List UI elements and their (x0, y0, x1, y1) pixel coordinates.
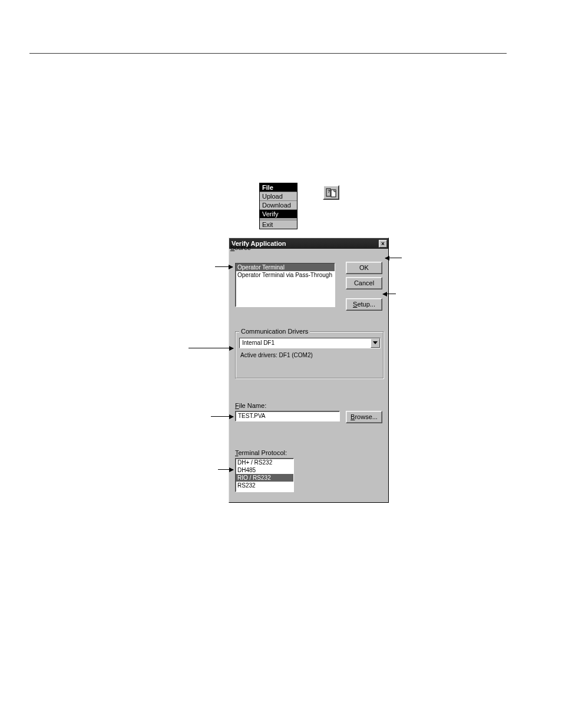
callout-arrow-ok (385, 258, 402, 258)
terminal-protocol-listbox[interactable]: DH+ / RS232 DH485 RIO / RS232 RS232 (235, 458, 294, 492)
horizontal-rule (29, 53, 507, 54)
setup-button[interactable]: Setup... (346, 298, 382, 311)
callout-arrow-filename (211, 416, 233, 417)
protocol-option-dhplus[interactable]: DH+ / RS232 (236, 459, 293, 466)
verify-icon: ? (326, 188, 336, 197)
menu-item-exit[interactable]: Exit (260, 220, 297, 229)
verify-toolbar-button[interactable]: ? (323, 185, 339, 200)
callout-arrow-source (215, 266, 233, 267)
comm-legend: Communication Drivers (239, 328, 310, 335)
source-option-operator-terminal[interactable]: Operator Terminal (236, 263, 335, 271)
filename-input[interactable]: TEST.PVA (235, 411, 340, 421)
ok-button[interactable]: OK (346, 262, 382, 274)
menu-item-verify[interactable]: Verify (260, 209, 297, 218)
file-menu-title[interactable]: File (260, 183, 297, 192)
comm-driver-value: Internal DF1 (240, 338, 371, 348)
terminal-protocol-label: Terminal Protocol: (235, 449, 287, 456)
filename-label: File Name: (235, 402, 266, 409)
source-listbox[interactable]: Operator Terminal Operator Terminal via … (235, 263, 335, 307)
source-option-pass-through[interactable]: Operator Terminal via Pass-Through (236, 271, 335, 279)
protocol-option-rs232[interactable]: RS232 (236, 482, 293, 489)
page: { "file_menu": { "title": "File", "items… (0, 0, 562, 728)
dialog-body: Source Operator Terminal Operator Termin… (229, 249, 388, 502)
svg-marker-3 (373, 341, 378, 344)
communication-drivers-group: Communication Drivers Internal DF1 Activ… (235, 331, 384, 378)
cancel-button[interactable]: Cancel (346, 277, 382, 289)
comm-driver-combo[interactable]: Internal DF1 (239, 338, 381, 348)
callout-arrow-setup (383, 294, 396, 294)
callout-arrow-comm (189, 348, 233, 348)
active-drivers-label: Active drivers: DF1 (COM2) (240, 352, 313, 358)
menu-item-download[interactable]: Download (260, 200, 297, 209)
combo-dropdown-button[interactable] (371, 338, 380, 348)
protocol-option-dh485[interactable]: DH485 (236, 466, 293, 474)
browse-button[interactable]: Browse... (346, 411, 382, 423)
source-label: Source (230, 244, 251, 251)
svg-text:?: ? (328, 189, 330, 193)
protocol-option-rio[interactable]: RIO / RS232 (236, 474, 293, 482)
callout-arrow-protocol (218, 469, 233, 470)
menu-separator (260, 219, 297, 219)
svg-rect-2 (331, 190, 336, 197)
file-menu[interactable]: File Upload Download Verify Exit (259, 183, 297, 229)
chevron-down-icon (373, 341, 378, 345)
close-button[interactable]: × (379, 240, 387, 248)
dialog-titlebar[interactable]: Verify Application × (229, 238, 388, 249)
menu-item-upload[interactable]: Upload (260, 192, 297, 200)
verify-application-dialog: Verify Application × Source Operator Ter… (229, 238, 389, 503)
